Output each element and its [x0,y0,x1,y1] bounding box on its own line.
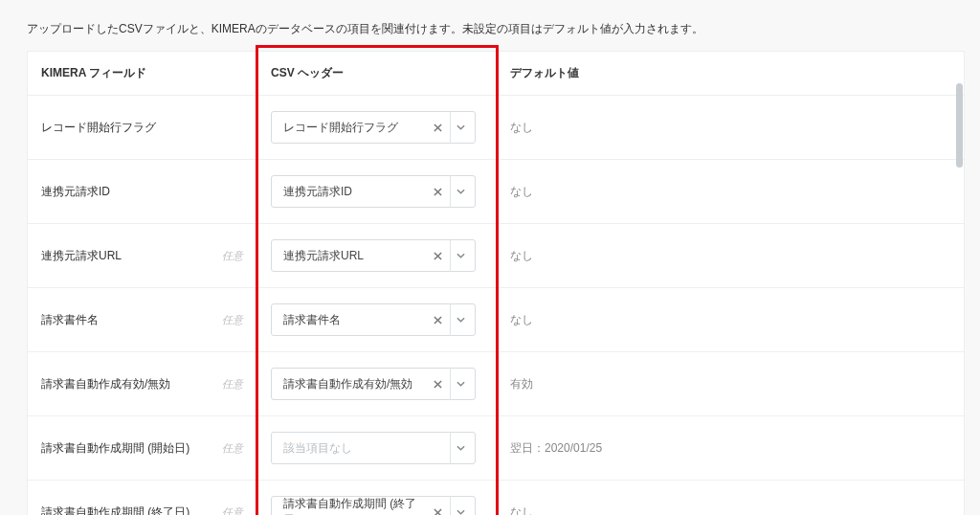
default-value: 有効 [510,377,533,391]
optional-badge: 任意 [222,505,243,516]
select-value: 請求書自動作成有効/無効 [283,376,412,392]
chevron-down-icon[interactable] [450,239,471,272]
default-value: なし [510,185,533,198]
table-row: 請求書件名任意請求書件名なし [28,288,965,352]
optional-badge: 任意 [222,249,243,263]
chevron-down-icon[interactable] [450,111,471,144]
select-value: 連携元請求ID [283,184,352,200]
field-label: 請求書自動作成有効/無効 [41,376,170,392]
field-label: 連携元請求URL [41,248,122,264]
select-value: 請求書自動作成期間 (終了日) [283,496,428,515]
default-value: なし [510,249,533,262]
table-row: 連携元請求URL任意連携元請求URLなし [28,224,965,288]
csv-header-select[interactable]: 請求書自動作成有効/無効 [271,368,476,400]
page-description: アップロードしたCSVファイルと、KIMERAのデータベースの項目を関連付けます… [27,21,980,37]
default-value: なし [510,121,533,134]
default-value: 翌日：2020/01/25 [510,441,602,455]
chevron-down-icon[interactable] [450,175,471,208]
select-value: 請求書件名 [283,312,341,328]
csv-header-select[interactable]: 連携元請求ID [271,175,476,208]
default-value: なし [510,313,533,326]
clear-icon[interactable] [428,246,447,265]
csv-header-select[interactable]: 該当項目なし [271,432,476,464]
field-label: 請求書自動作成期間 (開始日) [41,440,189,457]
chevron-down-icon[interactable] [450,368,471,400]
table-row: 請求書自動作成有効/無効任意請求書自動作成有効/無効有効 [28,352,965,416]
field-label: 請求書自動作成期間 (終了日) [41,504,189,516]
clear-icon[interactable] [428,310,447,329]
default-value: なし [510,505,533,516]
clear-icon[interactable] [428,503,447,515]
csv-header-select[interactable]: レコード開始行フラグ [271,111,476,144]
table-row: 連携元請求ID連携元請求IDなし [28,160,965,224]
mapping-table-wrap: KIMERA フィールド CSV ヘッダー デフォルト値 レコード開始行フラグレ… [27,51,965,515]
chevron-down-icon[interactable] [450,432,471,464]
table-row: 請求書自動作成期間 (開始日)任意該当項目なし翌日：2020/01/25 [28,416,965,481]
field-label: レコード開始行フラグ [41,120,156,136]
clear-icon[interactable] [428,182,447,201]
optional-badge: 任意 [222,441,243,456]
header-csv: CSV ヘッダー [257,52,497,96]
chevron-down-icon[interactable] [450,496,471,515]
optional-badge: 任意 [222,377,243,392]
header-field: KIMERA フィールド [28,52,257,96]
vertical-scrollbar[interactable] [956,83,963,168]
table-row: レコード開始行フラグレコード開始行フラグなし [28,96,965,160]
csv-header-select[interactable]: 請求書自動作成期間 (終了日) [271,496,476,515]
field-label: 連携元請求ID [41,184,110,200]
header-default: デフォルト値 [497,52,965,96]
select-value: レコード開始行フラグ [283,120,398,136]
csv-header-select[interactable]: 請求書件名 [271,303,476,336]
chevron-down-icon[interactable] [450,303,471,336]
clear-icon[interactable] [428,374,447,393]
optional-badge: 任意 [222,313,243,327]
mapping-table: KIMERA フィールド CSV ヘッダー デフォルト値 レコード開始行フラグレ… [27,51,965,515]
csv-header-select[interactable]: 連携元請求URL [271,239,476,272]
field-label: 請求書件名 [41,312,99,328]
select-value: 該当項目なし [283,440,352,457]
select-value: 連携元請求URL [283,248,364,264]
clear-icon[interactable] [428,118,447,137]
table-row: 請求書自動作成期間 (終了日)任意請求書自動作成期間 (終了日)なし [28,481,965,516]
